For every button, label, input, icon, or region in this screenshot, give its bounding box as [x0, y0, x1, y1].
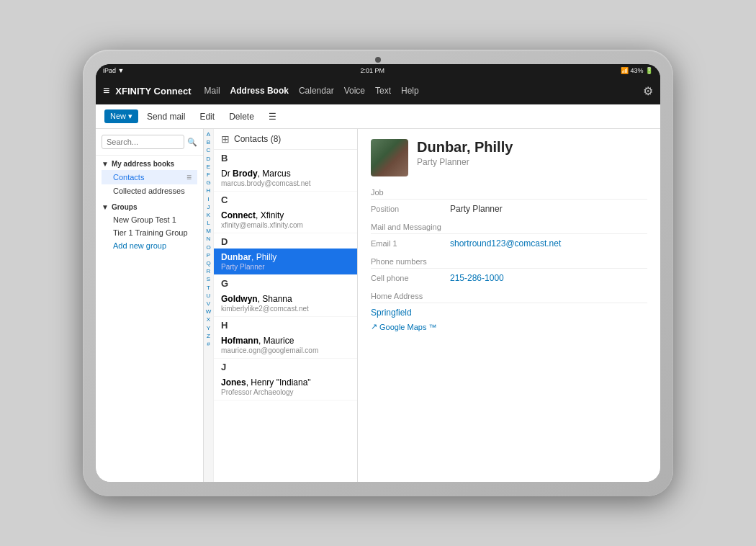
contact-dunbar-sub: Party Planner	[221, 263, 350, 271]
detail-header: Dunbar, Philly Party Planner	[371, 139, 647, 176]
alpha-c[interactable]: C	[207, 146, 211, 154]
alpha-t[interactable]: T	[207, 284, 210, 292]
alpha-r[interactable]: R	[207, 267, 211, 275]
detail-full-name: Dunbar, Philly	[417, 139, 513, 156]
sidebar-item-contacts[interactable]: Contacts ≡	[102, 170, 197, 184]
delete-button[interactable]: Delete	[223, 109, 260, 124]
email1-label: Email 1	[371, 239, 450, 248]
address-value[interactable]: Springfield	[371, 308, 412, 318]
contact-goldwyn[interactable]: Goldwyn, Shanna kimberlylike2@comcast.ne…	[214, 290, 357, 317]
groups-section: ▼ Groups New Group Test 1 Tier 1 Trainin…	[96, 199, 203, 254]
sidebar: 🔍 ▼ My address books Contacts ≡ Collecte…	[96, 129, 204, 482]
alpha-u[interactable]: U	[207, 292, 211, 300]
contact-list-header: ⊞ Contacts (8)	[214, 129, 357, 150]
alpha-m[interactable]: M	[206, 227, 211, 235]
collapse-icon: ▼	[102, 160, 109, 168]
more-button[interactable]: ☰	[263, 109, 282, 124]
contact-dunbar[interactable]: Dunbar, Philly Party Planner	[214, 249, 357, 275]
nav-mail[interactable]: Mail	[204, 86, 220, 96]
status-right: 📶 43% 🔋	[621, 67, 653, 74]
cellphone-label: Cell phone	[371, 274, 450, 282]
alpha-y[interactable]: Y	[207, 324, 210, 332]
nav-address-book[interactable]: Address Book	[230, 86, 289, 96]
job-section-title: Job	[371, 188, 647, 200]
alpha-q[interactable]: Q	[206, 259, 210, 267]
alpha-o[interactable]: O	[206, 243, 210, 251]
add-new-group-link[interactable]: Add new group	[102, 239, 197, 252]
status-bar: iPad ▼ 2:01 PM 📶 43% 🔋	[96, 64, 660, 77]
email1-value[interactable]: shortround123@comcast.net	[450, 238, 561, 249]
send-mail-button[interactable]: Send mail	[141, 109, 191, 124]
sidebar-item-group2[interactable]: Tier 1 Training Group	[102, 226, 197, 239]
alpha-a[interactable]: A	[207, 130, 210, 138]
alpha-d[interactable]: D	[207, 155, 211, 163]
contact-brody[interactable]: Dr Brody, Marcus marcus.brody@comcast.ne…	[214, 165, 357, 192]
alpha-w[interactable]: W	[206, 308, 212, 315]
alpha-hash[interactable]: #	[207, 340, 210, 348]
groups-collapse-icon: ▼	[102, 203, 109, 211]
settings-icon[interactable]: ⚙	[643, 84, 653, 98]
cellphone-value[interactable]: 215-286-1000	[450, 273, 504, 283]
groups-header[interactable]: ▼ Groups	[102, 203, 197, 211]
contact-hofmann[interactable]: Hofmann, Maurice maurice.ogn@googlemail.…	[214, 332, 357, 359]
sidebar-item-collected[interactable]: Collected addresses	[102, 184, 197, 197]
contact-jones[interactable]: Jones, Henry "Indiana" Professor Archaeo…	[214, 374, 357, 400]
address-row: Springfield	[371, 308, 647, 318]
toolbar: New ▾ Send mail Edit Delete ☰	[96, 104, 660, 129]
detail-job-title: Party Planner	[417, 157, 513, 167]
alpha-k[interactable]: K	[207, 211, 210, 219]
avatar-image	[371, 139, 408, 176]
alpha-e[interactable]: E	[207, 163, 210, 171]
nav-voice[interactable]: Voice	[344, 86, 365, 96]
phone-section-title: Phone numbers	[371, 257, 647, 269]
map-icon: ↗	[371, 322, 377, 331]
contact-detail: Dunbar, Philly Party Planner Job Positio…	[358, 129, 660, 482]
email1-row: Email 1 shortround123@comcast.net	[371, 238, 647, 249]
alpha-j[interactable]: J	[207, 203, 210, 211]
nav-text[interactable]: Text	[375, 86, 391, 96]
alpha-i[interactable]: I	[207, 195, 209, 203]
alpha-n[interactable]: N	[207, 235, 211, 243]
nav-bar: ≡ XFINITY Connect Mail Address Book Cale…	[96, 77, 660, 104]
alpha-x[interactable]: X	[207, 315, 210, 323]
alpha-v[interactable]: V	[207, 300, 210, 308]
alpha-p[interactable]: P	[207, 251, 210, 259]
contact-goldwyn-name: Goldwyn, Shanna	[221, 294, 350, 304]
list-view-icon[interactable]: ⊞	[221, 133, 230, 145]
alpha-h[interactable]: H	[207, 187, 211, 194]
tablet-shell: iPad ▼ 2:01 PM 📶 43% 🔋 ≡ XFINITY Connect…	[83, 50, 673, 496]
alpha-f[interactable]: F	[207, 171, 210, 179]
edit-button[interactable]: Edit	[194, 109, 220, 124]
search-input[interactable]	[102, 135, 184, 149]
contact-jones-name: Jones, Henry "Indiana"	[221, 377, 350, 388]
contact-hofmann-email: maurice.ogn@googlemail.com	[221, 346, 350, 354]
alpha-b[interactable]: B	[207, 138, 210, 146]
position-row: Position Party Planner	[371, 204, 647, 214]
google-maps-link[interactable]: ↗ Google Maps ™	[371, 322, 647, 331]
contact-connect-name: Connect, Xfinity	[221, 210, 350, 220]
position-label: Position	[371, 205, 450, 213]
address-books-header[interactable]: ▼ My address books	[102, 160, 197, 168]
nav-help[interactable]: Help	[401, 86, 419, 96]
contact-hofmann-name: Hofmann, Maurice	[221, 336, 350, 346]
menu-icon[interactable]: ≡	[103, 84, 109, 97]
alpha-z[interactable]: Z	[207, 332, 210, 340]
search-container: 🔍	[96, 129, 203, 156]
search-icon: 🔍	[187, 138, 197, 147]
address-section-title: Home Address	[371, 292, 647, 303]
group-letter-h: H	[214, 317, 357, 332]
nav-calendar[interactable]: Calendar	[299, 86, 334, 96]
group-letter-d: D	[214, 233, 357, 249]
contacts-options-icon[interactable]: ≡	[186, 172, 192, 182]
alpha-l[interactable]: L	[207, 219, 210, 227]
new-button[interactable]: New ▾	[104, 109, 138, 123]
alpha-g[interactable]: G	[206, 179, 210, 187]
alpha-s[interactable]: S	[207, 275, 210, 283]
contact-connect[interactable]: Connect, Xfinity xfinity@emails.xfinity.…	[214, 207, 357, 233]
sidebar-item-group1[interactable]: New Group Test 1	[102, 213, 197, 226]
brand-name: XFINITY Connect	[115, 86, 191, 97]
detail-name-block: Dunbar, Philly Party Planner	[417, 139, 513, 167]
screen-bezel: iPad ▼ 2:01 PM 📶 43% 🔋 ≡ XFINITY Connect…	[96, 64, 660, 482]
group-letter-g: G	[214, 275, 357, 290]
position-value: Party Planner	[450, 204, 503, 214]
